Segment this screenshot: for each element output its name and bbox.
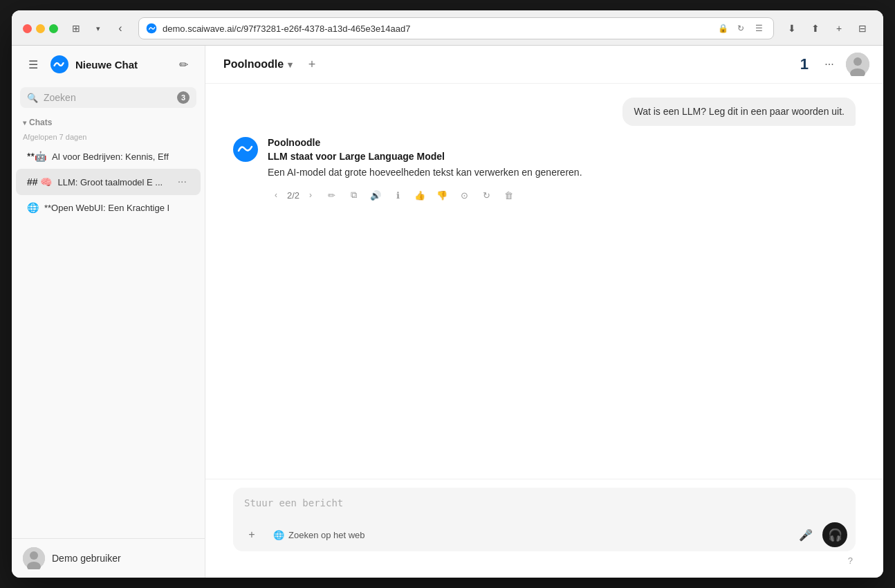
web-search-btn[interactable]: 🌐 Zoeken op het web	[268, 527, 371, 543]
copy-message-btn[interactable]: ⧉	[344, 185, 363, 205]
number-badge: 1	[796, 55, 813, 73]
chat-header-actions: 1 ···	[796, 53, 869, 76]
info-message-btn[interactable]: ℹ	[388, 185, 407, 205]
browser-nav-icons: ⊞ ▾ ‹	[66, 19, 130, 38]
sidebar-title: Nieuwe Chat	[75, 59, 166, 71]
chat-item-text: **Open WebUI: Een Krachtige I	[44, 203, 190, 213]
chat-item-text: LLM: Groot taalmodel E ...	[57, 177, 169, 187]
lock-icon[interactable]: 🔒	[715, 21, 730, 36]
messages-area: Wat is een LLM? Leg dit in een paar woor…	[205, 84, 883, 479]
chat-header: Poolnoodle ▾ + 1 ···	[205, 46, 883, 84]
back-btn[interactable]: ‹	[111, 19, 130, 38]
mic-btn[interactable]: 🎤	[795, 524, 817, 546]
page-nav: ‹ 2/2 ›	[268, 187, 319, 203]
menu-toggle-btn[interactable]: ☰	[23, 54, 44, 75]
reload-btn[interactable]: ↻	[733, 21, 748, 36]
sidebar-header: ☰ Nieuwe Chat ✏	[12, 46, 205, 83]
user-avatar[interactable]	[23, 547, 45, 569]
refresh-btn[interactable]: ↻	[477, 185, 496, 205]
search-badge: 3	[177, 91, 190, 104]
new-chat-btn[interactable]: ✏	[173, 54, 194, 75]
search-icon: 🔍	[27, 93, 38, 103]
attach-btn[interactable]: +	[241, 524, 262, 545]
assistant-name: Poolnoodle	[268, 137, 856, 148]
chat-item[interactable]: 🌐 **Open WebUI: Een Krachtige I	[16, 196, 201, 219]
traffic-light-yellow[interactable]	[36, 24, 45, 33]
header-avatar-icon	[846, 53, 869, 76]
headphone-btn[interactable]: 🎧	[822, 522, 847, 547]
chat-item-active[interactable]: ## 🧠 LLM: Groot taalmodel E ... ···	[16, 169, 201, 195]
app-logo	[50, 55, 68, 73]
svg-point-3	[30, 551, 38, 560]
chat-item[interactable]: **🤖 AI voor Bedrijven: Kennis, Eff	[16, 145, 201, 167]
chat-item-emoji: ## 🧠	[27, 176, 52, 187]
search-input[interactable]	[44, 92, 172, 103]
site-icon	[146, 23, 157, 34]
browser-toolbar-right: ⬇ ⬆ + ⊟	[782, 19, 872, 38]
assistant-message: Poolnoodle LLM staat voor Large Language…	[233, 137, 856, 205]
chat-item-emoji: **🤖	[27, 151, 46, 162]
tabs-btn[interactable]: ⊟	[853, 19, 872, 38]
question-badge-wrapper: ?	[233, 551, 856, 567]
chat-input-box: + 🌐 Zoeken op het web 🎤 🎧	[233, 488, 856, 551]
browser-chrome: ⊞ ▾ ‹ demo.scaiwave.ai/c/97f73281-e26f-4…	[12, 10, 883, 46]
assistant-avatar	[233, 137, 258, 162]
reader-btn[interactable]: ☰	[751, 21, 766, 36]
thumbs-down-btn[interactable]: 👎	[432, 185, 452, 205]
globe-icon: 🌐	[273, 530, 284, 540]
delete-btn[interactable]: 🗑	[499, 185, 518, 205]
input-toolbar: + 🌐 Zoeken op het web 🎤 🎧	[233, 518, 856, 551]
header-user-avatar[interactable]	[846, 53, 869, 76]
assistant-bold-text: LLM staat voor Large Language Model	[268, 151, 856, 162]
more-options-btn[interactable]: ···	[818, 53, 840, 75]
time-label: Afgelopen 7 dagen	[12, 130, 205, 145]
chat-item-text: AI voor Bedrijven: Kennis, Eff	[52, 151, 190, 162]
sidebar-footer: Demo gebruiker	[12, 538, 205, 578]
sidebar: ☰ Nieuwe Chat ✏ 🔍 3 ▾ Chats	[12, 46, 205, 578]
assistant-body-text: Een AI-model dat grote hoeveelheden teks…	[268, 165, 856, 180]
sidebar-toggle-chevron[interactable]: ▾	[89, 19, 108, 38]
user-avatar-icon	[23, 547, 45, 569]
thumbs-up-btn[interactable]: 👍	[410, 185, 430, 205]
page-nav-text: 2/2	[287, 190, 299, 201]
assistant-logo-icon	[233, 137, 258, 162]
user-message-wrapper: Wat is een LLM? Leg dit in een paar woor…	[233, 98, 856, 126]
sidebar-search: 🔍 3	[12, 83, 205, 115]
chat-main: Poolnoodle ▾ + 1 ···	[205, 46, 883, 578]
traffic-light-green[interactable]	[49, 24, 58, 33]
chat-title-btn[interactable]: Poolnoodle ▾	[219, 55, 297, 73]
download-btn[interactable]: ⬇	[782, 19, 802, 38]
chats-section-label: ▾ Chats	[12, 115, 205, 130]
user-name: Demo gebruiker	[52, 553, 121, 564]
chat-title-text: Poolnoodle	[223, 58, 284, 71]
address-bar[interactable]: demo.scaiwave.ai/c/97f73281-e26f-4378-a1…	[138, 17, 774, 39]
edit-message-btn[interactable]: ✏	[322, 185, 341, 205]
app-layout: ☰ Nieuwe Chat ✏ 🔍 3 ▾ Chats	[12, 46, 883, 578]
chat-item-emoji: 🌐	[27, 202, 39, 213]
chat-item-more-btn[interactable]: ···	[175, 174, 190, 190]
sidebar-toggle-btn[interactable]: ⊞	[66, 19, 86, 38]
svg-point-6	[854, 57, 862, 66]
traffic-light-red[interactable]	[23, 24, 32, 33]
web-search-label: Zoeken op het web	[288, 530, 365, 540]
message-input[interactable]	[233, 488, 856, 515]
chat-list: **🤖 AI voor Bedrijven: Kennis, Eff ## 🧠 …	[12, 145, 205, 538]
next-page-btn[interactable]: ›	[302, 187, 319, 203]
address-bar-actions: 🔒 ↻ ☰	[715, 21, 766, 36]
chat-title-chevron-icon: ▾	[288, 59, 293, 70]
prev-page-btn[interactable]: ‹	[268, 187, 284, 203]
add-chat-btn[interactable]: +	[302, 55, 322, 74]
speak-message-btn[interactable]: 🔊	[366, 185, 385, 205]
question-badge: ?	[845, 555, 856, 566]
user-message-bubble: Wat is een LLM? Leg dit in een paar woor…	[622, 98, 856, 126]
traffic-lights	[23, 24, 58, 33]
continue-btn[interactable]: ⊙	[454, 185, 474, 205]
share-btn[interactable]: ⬆	[806, 19, 825, 38]
search-wrapper: 🔍 3	[20, 87, 196, 108]
new-tab-btn[interactable]: +	[829, 19, 849, 38]
assistant-content: Poolnoodle LLM staat voor Large Language…	[268, 137, 856, 205]
message-actions: ‹ 2/2 › ✏ ⧉ 🔊 ℹ 👍 👎	[268, 185, 856, 205]
url-text: demo.scaiwave.ai/c/97f73281-e26f-4378-a1…	[163, 24, 710, 34]
chat-input-area: + 🌐 Zoeken op het web 🎤 🎧 ?	[205, 479, 883, 578]
section-chevron-icon: ▾	[23, 119, 26, 127]
